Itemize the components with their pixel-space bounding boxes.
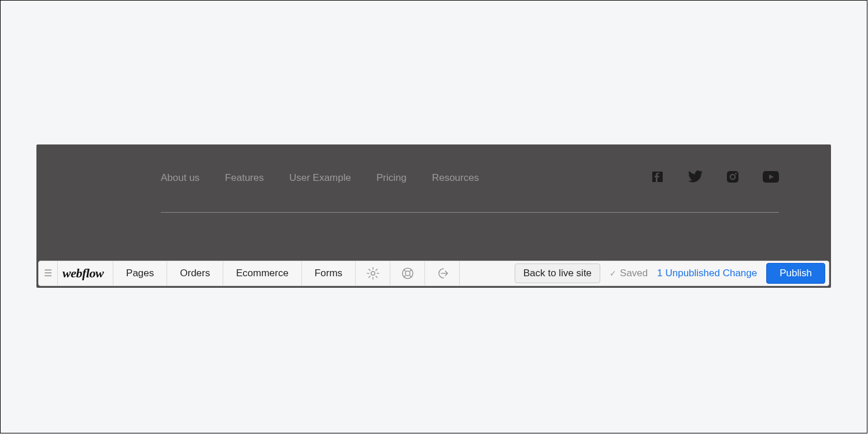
back-to-live-button[interactable]: Back to live site [515,264,600,283]
footer-link-resources[interactable]: Resources [432,172,479,184]
footer-divider [161,212,779,213]
menu-button[interactable]: ☰ [39,261,58,285]
tab-forms[interactable]: Forms [302,261,356,285]
footer-link-user-example[interactable]: User Example [289,172,351,184]
gear-icon [366,266,380,280]
saved-status: Saved [610,268,648,279]
svg-point-4 [371,272,374,275]
editor-bar-spacer [460,261,515,285]
logout-button[interactable] [425,261,460,285]
editor-bar: ☰ webflow Pages Orders Ecommerce Forms B… [38,261,829,286]
footer-link-features[interactable]: Features [225,172,264,184]
youtube-icon[interactable] [763,171,779,185]
editor-bar-wrapper: ☰ webflow Pages Orders Ecommerce Forms B… [36,259,831,288]
instagram-icon[interactable] [726,170,740,186]
footer-link-pricing[interactable]: Pricing [376,172,407,184]
footer-social [651,170,779,186]
publish-button[interactable]: Publish [766,263,825,284]
webflow-logo-text: webflow [62,266,104,281]
tab-pages[interactable]: Pages [113,261,167,285]
facebook-icon[interactable] [651,170,664,186]
footer-content: About us Features User Example Pricing R… [161,166,779,213]
tab-orders[interactable]: Orders [167,261,223,285]
site-footer-panel: About us Features User Example Pricing R… [36,144,831,288]
hamburger-icon: ☰ [44,269,52,278]
svg-rect-0 [727,171,738,183]
logout-icon [435,266,449,280]
svg-point-6 [405,271,410,276]
tab-ecommerce[interactable]: Ecommerce [223,261,302,285]
settings-button[interactable] [356,261,390,285]
unpublished-changes-link[interactable]: 1 Unpublished Change [657,268,757,279]
footer-nav: About us Features User Example Pricing R… [161,172,479,184]
help-button[interactable] [390,261,425,285]
svg-point-2 [735,173,737,175]
lifering-icon [401,266,415,280]
webflow-logo[interactable]: webflow [58,261,113,285]
footer-row: About us Features User Example Pricing R… [161,166,779,190]
twitter-icon[interactable] [688,170,703,186]
footer-link-about[interactable]: About us [161,172,200,184]
editor-bar-right: Back to live site Saved 1 Unpublished Ch… [515,261,829,285]
